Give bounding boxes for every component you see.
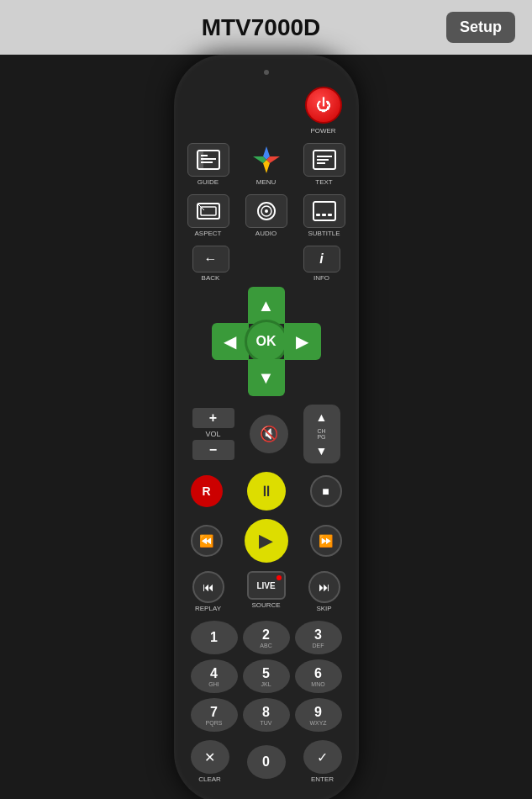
bottom-row: ✕ CLEAR 0 ✓ ENTER (187, 740, 345, 783)
dpad-right-button[interactable]: ▶ (284, 323, 321, 360)
num-6-sub: MNO (311, 681, 324, 687)
num-3-button[interactable]: 3 DEF (295, 621, 342, 654)
live-icon: LIVE (247, 571, 286, 600)
guide-menu-text-row: GUIDE MENU (187, 143, 345, 186)
setup-button[interactable]: Setup (446, 12, 515, 43)
fast-forward-button[interactable]: ⏩ (310, 525, 342, 557)
vol-label: VOL (205, 430, 220, 438)
aspect-icon (187, 194, 229, 228)
info-button[interactable]: i INFO (303, 246, 340, 282)
menu-icon (245, 143, 287, 177)
num-2-button[interactable]: 2 ABC (243, 621, 290, 654)
stop-icon: ■ (322, 484, 329, 498)
text-label: TEXT (315, 178, 332, 186)
svg-rect-4 (198, 151, 203, 169)
audio-icon (245, 194, 287, 228)
aspect-button[interactable]: ASPECT (187, 194, 229, 237)
num-3-label: 3 (314, 627, 322, 643)
svg-rect-11 (201, 207, 216, 215)
down-arrow-icon: ▼ (258, 368, 275, 388)
play-button[interactable]: ▶ (245, 519, 288, 563)
num-8-label: 8 (262, 705, 270, 720)
main-content: ⏻ POWER GUIDE (0, 55, 532, 799)
skip-icon: ⏭ (308, 571, 340, 603)
guide-icon (187, 143, 229, 177)
dpad-left-button[interactable]: ◀ (212, 323, 249, 360)
rewind-button[interactable]: ⏪ (191, 525, 223, 557)
left-arrow-icon: ◀ (224, 331, 236, 352)
record-button[interactable]: R (191, 475, 223, 507)
num-5-button[interactable]: 5 JKL (243, 659, 290, 693)
svg-rect-18 (328, 214, 332, 216)
volume-up-button[interactable]: + (192, 408, 234, 428)
num-4-label: 4 (210, 666, 218, 681)
svg-rect-15 (313, 202, 335, 220)
dpad: ▲ ◀ OK ▶ ▼ (212, 287, 321, 396)
num-4-button[interactable]: 4 GHI (191, 659, 238, 693)
num-7-button[interactable]: 7 PQRS (191, 698, 238, 732)
svg-rect-7 (317, 156, 332, 157)
svg-rect-8 (317, 159, 329, 161)
aspect-audio-subtitle-row: ASPECT AUDIO (187, 194, 345, 237)
dpad-up-button[interactable]: ▲ (248, 287, 285, 324)
ir-sensor (264, 70, 269, 75)
nav-section: ← BACK i INFO ▲ ◀ (187, 246, 345, 396)
back-button[interactable]: ← BACK (192, 246, 229, 282)
channel-up-button[interactable]: ▲ (307, 408, 337, 426)
mute-icon: 🔇 (260, 425, 278, 443)
header: MTV7000D Setup (0, 0, 532, 55)
mute-button[interactable]: 🔇 (250, 415, 288, 453)
power-icon: ⏻ (316, 98, 331, 113)
svg-rect-17 (322, 214, 326, 216)
volume-down-button[interactable]: − (192, 440, 234, 460)
clear-label: CLEAR (198, 775, 221, 783)
num-0-button[interactable]: 0 (247, 745, 286, 779)
vol-mute-ch-row: + VOL − 🔇 ▲ CHPG ▼ (187, 405, 345, 463)
num-5-label: 5 (262, 666, 270, 681)
num-6-button[interactable]: 6 MNO (295, 659, 342, 693)
power-button[interactable]: ⏻ (305, 87, 342, 124)
ok-button[interactable]: OK (245, 320, 288, 363)
pause-icon: ⏸ (259, 483, 274, 500)
enter-label: ENTER (311, 775, 334, 783)
text-button[interactable]: TEXT (303, 143, 345, 186)
replay-button[interactable]: ⏮ REPLAY (192, 571, 224, 612)
num-7-label: 7 (210, 705, 218, 720)
skip-button[interactable]: ⏭ SKIP (308, 571, 340, 612)
channel-down-button[interactable]: ▼ (307, 442, 337, 460)
remote-body: ⏻ POWER GUIDE (174, 55, 359, 799)
menu-button[interactable]: MENU (245, 143, 287, 186)
dpad-down-button[interactable]: ▼ (248, 359, 285, 396)
pause-button[interactable]: ⏸ (247, 472, 286, 511)
replay-label: REPLAY (195, 605, 221, 612)
num-9-button[interactable]: 9 WXYZ (295, 698, 342, 732)
num-1-button[interactable]: 1 (191, 621, 238, 654)
num-9-sub: WXYZ (309, 720, 326, 726)
audio-button[interactable]: AUDIO (245, 194, 287, 237)
right-arrow-icon: ▶ (296, 331, 308, 352)
num-9-label: 9 (314, 705, 322, 720)
stop-button[interactable]: ■ (310, 475, 342, 507)
num-3-sub: DEF (313, 643, 324, 648)
clear-button[interactable]: ✕ CLEAR (191, 740, 229, 783)
transport-row-1: R ⏸ ■ (187, 472, 345, 511)
up-arrow-icon: ▲ (258, 296, 275, 315)
live-indicator (277, 575, 282, 580)
info-icon: i (303, 246, 340, 273)
play-icon: ▶ (259, 530, 273, 552)
info-label: INFO (313, 274, 329, 282)
enter-button[interactable]: ✓ ENTER (303, 740, 342, 783)
guide-button[interactable]: GUIDE (187, 143, 229, 186)
subtitle-icon (303, 194, 345, 228)
power-row: ⏻ POWER (187, 87, 345, 135)
svg-point-14 (265, 209, 268, 213)
svg-rect-16 (316, 214, 320, 216)
skip-label: SKIP (316, 605, 331, 612)
replay-icon: ⏮ (192, 571, 224, 603)
power-label: POWER (310, 127, 335, 135)
live-source-button[interactable]: LIVE SOURCE (247, 571, 286, 609)
subtitle-button[interactable]: SUBTITLE (303, 194, 345, 237)
back-info-row: ← BACK i INFO (187, 246, 345, 282)
num-8-button[interactable]: 8 TUV (243, 698, 290, 732)
num-2-sub: ABC (260, 643, 271, 648)
